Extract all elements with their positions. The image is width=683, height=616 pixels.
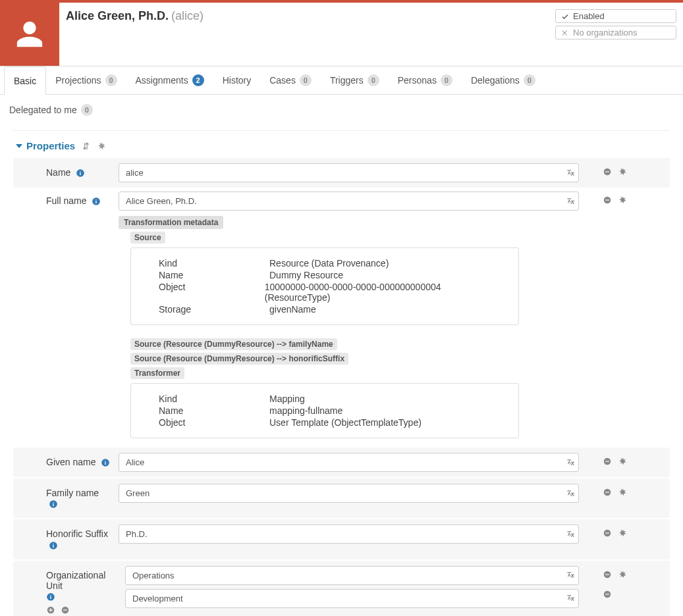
label-suffix: Honorific Suffix i xyxy=(13,525,119,553)
label-family: Family name i xyxy=(13,484,119,513)
subtab-delegated-to-me[interactable]: Delegated to me 0 xyxy=(9,101,93,118)
metadata-chip-source[interactable]: Source xyxy=(130,232,165,244)
x-icon xyxy=(561,29,569,37)
svg-rect-30 xyxy=(605,594,609,594)
metadata-chip-source-family[interactable]: Source (Resource (DummyResource) --> fam… xyxy=(130,338,337,350)
tab-delegations[interactable]: Delegations0 xyxy=(462,66,545,94)
asterisk-icon[interactable] xyxy=(618,488,628,497)
asterisk-icon[interactable] xyxy=(618,457,628,466)
check-icon xyxy=(561,13,569,20)
family-input[interactable] xyxy=(119,484,579,503)
asterisk-icon[interactable] xyxy=(618,528,628,538)
tab-personas[interactable]: Personas0 xyxy=(389,66,462,94)
remove-icon[interactable] xyxy=(603,528,612,538)
enabled-badge[interactable]: Enabled xyxy=(555,9,676,23)
svg-rect-19 xyxy=(605,533,609,534)
user-display-name: Alice Green, Ph.D. xyxy=(66,9,169,22)
tab-history[interactable]: History xyxy=(213,66,261,94)
svg-rect-24 xyxy=(50,608,51,612)
info-icon[interactable]: i xyxy=(46,592,55,602)
svg-rect-11 xyxy=(605,461,609,461)
suffix-input[interactable] xyxy=(119,525,579,544)
source-panel: KindResource (Data Provenance)NameDummy … xyxy=(130,247,519,325)
label-name: Name i xyxy=(13,163,119,182)
remove-icon[interactable] xyxy=(603,570,612,579)
svg-rect-26 xyxy=(63,609,67,610)
tab-triggers[interactable]: Triggers0 xyxy=(321,66,389,94)
section-properties[interactable]: Properties xyxy=(16,140,75,151)
svg-rect-28 xyxy=(605,574,609,575)
language-icon[interactable] xyxy=(566,571,575,580)
info-icon[interactable]: i xyxy=(101,458,110,467)
label-given: Given name i xyxy=(13,453,119,471)
metadata-chip-transformation[interactable]: Transformation metadata xyxy=(119,216,223,229)
svg-rect-7 xyxy=(605,199,609,200)
asterisk-icon[interactable] xyxy=(618,570,628,579)
no-org-badge[interactable]: No organizations xyxy=(555,26,676,39)
svg-rect-15 xyxy=(605,492,609,492)
tab-assignments[interactable]: Assignments2 xyxy=(126,66,213,94)
info-icon[interactable]: i xyxy=(49,541,58,550)
remove-icon[interactable] xyxy=(603,167,612,176)
remove-icon[interactable] xyxy=(603,457,612,466)
remove-icon[interactable] xyxy=(61,605,70,615)
info-icon[interactable]: i xyxy=(76,168,85,178)
info-icon[interactable]: i xyxy=(49,500,58,509)
tab-basic[interactable]: Basic xyxy=(4,66,46,95)
tab-cases[interactable]: Cases0 xyxy=(260,66,321,94)
svg-rect-3 xyxy=(605,171,609,172)
caret-down-icon xyxy=(16,144,22,148)
page-header: Alice Green, Ph.D. (alice) Enabled No or… xyxy=(0,3,683,66)
language-icon[interactable] xyxy=(566,168,575,178)
info-icon[interactable]: i xyxy=(92,197,101,206)
label-fullname: Full name i xyxy=(13,192,119,210)
ou-input-2[interactable] xyxy=(125,589,579,608)
fullname-input[interactable] xyxy=(119,192,579,211)
name-input[interactable] xyxy=(119,163,579,182)
metadata-chip-source-suffix[interactable]: Source (Resource (DummyResource) --> hon… xyxy=(130,353,348,365)
language-icon[interactable] xyxy=(566,458,575,467)
user-login: (alice) xyxy=(171,9,204,22)
given-input[interactable] xyxy=(119,453,579,472)
avatar xyxy=(0,3,59,66)
remove-icon[interactable] xyxy=(603,195,612,205)
ou-input-1[interactable] xyxy=(125,566,579,585)
metadata-chip-transformer[interactable]: Transformer xyxy=(130,367,184,379)
language-icon[interactable] xyxy=(566,197,575,206)
language-icon[interactable] xyxy=(566,489,575,498)
transformer-panel: KindMappingNamemapping-fullnameObjectUse… xyxy=(130,383,519,438)
asterisk-icon[interactable] xyxy=(618,167,628,176)
remove-icon[interactable] xyxy=(603,488,612,497)
language-icon[interactable] xyxy=(566,530,575,539)
sort-icon[interactable] xyxy=(82,141,91,151)
remove-icon[interactable] xyxy=(603,590,612,599)
asterisk-icon[interactable] xyxy=(97,141,107,151)
add-icon[interactable] xyxy=(46,605,55,615)
language-icon[interactable] xyxy=(566,594,575,603)
tabs-row: BasicProjections0Assignments2HistoryCase… xyxy=(0,66,683,95)
asterisk-icon[interactable] xyxy=(618,195,628,205)
tab-projections[interactable]: Projections0 xyxy=(46,66,126,94)
label-ou: Organizational Unit i xyxy=(13,566,125,616)
